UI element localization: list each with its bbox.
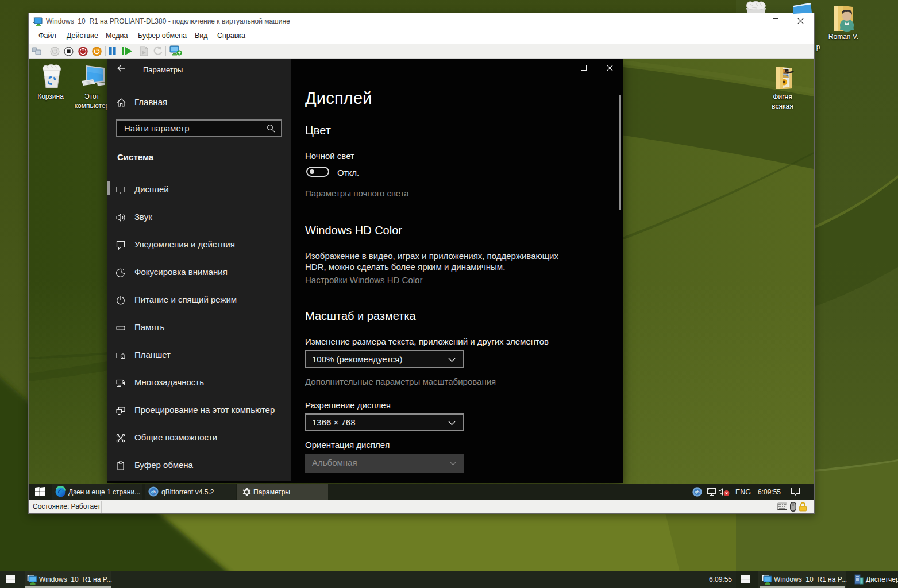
- svg-text:qb: qb: [151, 490, 156, 494]
- svg-text:qb: qb: [695, 490, 700, 494]
